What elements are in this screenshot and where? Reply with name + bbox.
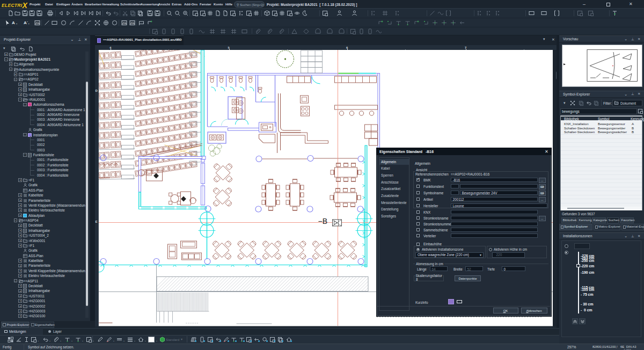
svg-text:−B: −B bbox=[318, 217, 327, 225]
